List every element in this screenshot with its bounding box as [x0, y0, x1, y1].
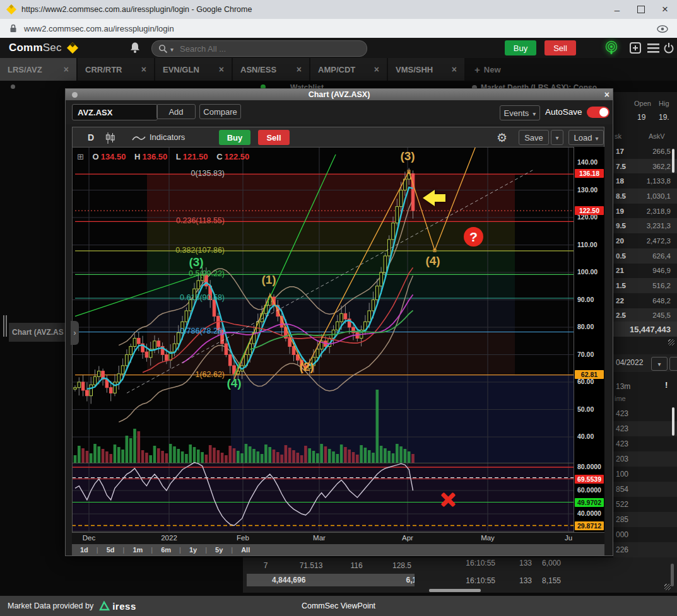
trade-time: 16:10:55	[440, 559, 495, 567]
panel-expander-button[interactable]: ›	[71, 321, 79, 345]
url-text[interactable]: www2.commsec.com.au/iressplugin/login	[24, 24, 174, 33]
resize-grip-icon[interactable]	[664, 584, 671, 590]
new-tab-button[interactable]: +New	[466, 58, 510, 81]
header-buy-button[interactable]: Buy	[505, 40, 536, 55]
sales-volume: 423	[616, 424, 628, 433]
range-button-5d[interactable]: 5d	[98, 546, 123, 554]
workspace-tab-evn-gln[interactable]: EVN/GLN×	[155, 58, 232, 81]
tab-close-icon[interactable]: ×	[141, 64, 146, 74]
indicators-button[interactable]: Indicators	[150, 132, 185, 142]
range-button-1m[interactable]: 1m	[124, 546, 151, 554]
window-dot-icon	[11, 84, 15, 89]
depth-volume: 2,318,9	[635, 207, 671, 215]
depth-volume: 2,472,3	[635, 237, 671, 245]
compare-button[interactable]: Compare	[199, 104, 241, 119]
tab-close-icon[interactable]: ×	[64, 64, 69, 74]
save-options-caret-button[interactable]	[551, 130, 563, 145]
price-axis[interactable]: 140.00130.00120.00110.00100.0090.0080.00…	[574, 147, 604, 532]
resize-grip-icon[interactable]	[668, 339, 674, 346]
close-label: C	[216, 152, 222, 161]
events-caret-icon	[533, 108, 536, 118]
price-tick-label: 130.00	[577, 186, 598, 194]
chart-sell-button[interactable]: Sell	[258, 130, 290, 145]
alerts-beacon-icon[interactable]	[604, 40, 619, 56]
minimize-button[interactable]: –	[605, 0, 629, 19]
chart-type-candles-icon[interactable]	[105, 132, 115, 144]
search-scope-caret-icon[interactable]	[170, 43, 174, 54]
search-icon	[158, 44, 168, 54]
trade-price: 133	[495, 559, 532, 567]
maximize-button[interactable]	[629, 0, 653, 19]
fib-level-label: 0.786(78.28)	[73, 327, 225, 335]
toggle-knob	[599, 108, 608, 117]
autosave-label: AutoSave	[545, 107, 582, 117]
time-axis[interactable]: Dec2022FebMarAprMayJu	[72, 532, 604, 544]
bell-icon[interactable]	[129, 42, 141, 54]
close-button[interactable]: ×	[653, 0, 677, 19]
workspace-tab-crr-rtr[interactable]: CRR/RTR×	[78, 58, 154, 81]
trades-table: 16:10:55 133 6,00016:10:55 133 8,155	[415, 557, 677, 593]
low-value: 121.50	[183, 152, 208, 161]
workspace-tab-lrs-avz[interactable]: LRS/AVZ×	[0, 58, 76, 81]
logout-power-icon[interactable]	[663, 42, 674, 54]
tab-close-icon[interactable]: ×	[452, 64, 457, 74]
menu-icon[interactable]	[647, 44, 659, 53]
fib-level-label: 0.5(99.22)	[73, 269, 225, 278]
date-dropdown-button[interactable]	[651, 357, 668, 371]
trades-scrollbar-thumb[interactable]	[671, 564, 674, 586]
add-panel-icon[interactable]	[630, 42, 642, 54]
trades-hscrollbar-thumb[interactable]	[429, 589, 481, 592]
interval-button[interactable]: D	[88, 132, 94, 142]
autosave-toggle[interactable]	[587, 107, 609, 118]
workspace-tab-amp-cdt[interactable]: AMP/CDT×	[310, 58, 387, 81]
events-dropdown-button[interactable]: Events	[500, 105, 540, 120]
range-button-6m[interactable]: 6m	[153, 546, 179, 554]
range-button-all[interactable]: All	[233, 546, 258, 554]
tab-close-icon[interactable]: ×	[374, 64, 379, 74]
sales-volume: 000	[616, 530, 628, 539]
chart-window: Chart (AVZ.ASX) × Add Compare Events Aut…	[65, 88, 613, 556]
add-button[interactable]: Add	[156, 104, 196, 119]
dock-grip-icon[interactable]	[3, 315, 7, 337]
date-value[interactable]: 04/2022	[616, 358, 643, 367]
header-sell-button[interactable]: Sell	[545, 40, 576, 55]
panel-scrollbar-thumb-2[interactable]	[672, 407, 674, 436]
tab-close-icon[interactable]: ×	[297, 64, 302, 74]
workspace: Watchlist Market Depth (LRS.ASX): Conso.…	[0, 81, 677, 596]
search-box[interactable]	[151, 40, 367, 57]
plus-icon: +	[474, 64, 480, 75]
settings-gear-icon[interactable]: ⚙	[497, 131, 507, 145]
eye-icon[interactable]	[657, 25, 668, 33]
sales-row: 100	[613, 467, 677, 482]
docked-chart-tab[interactable]: Chart (AVZ.AS	[9, 323, 69, 342]
fib-level-label: 0.236(118.55)	[73, 216, 225, 225]
range-button-1y[interactable]: 1y	[181, 546, 205, 554]
chart-plot-area[interactable]: ⊞ O134.50 H136.50 L121.50 C122.50 0(135.…	[72, 147, 604, 532]
search-input[interactable]	[179, 44, 333, 54]
price-tick-label: 110.00	[577, 241, 598, 248]
browser-window: https://www2.commsec.com.au/iressplugin/…	[0, 0, 677, 616]
chart-buy-button[interactable]: Buy	[219, 130, 250, 145]
price-badge: 62.81	[575, 370, 604, 379]
chart-window-titlebar[interactable]: Chart (AVZ.ASX) ×	[66, 89, 613, 100]
panel-scrollbar-thumb[interactable]	[672, 149, 674, 173]
time-tick-label: May	[481, 534, 495, 542]
status-bar: Market Data provided by iress CommSec Vi…	[0, 596, 677, 616]
calendar-button[interactable]	[669, 357, 677, 371]
price-chart[interactable]	[72, 147, 604, 532]
range-button-1d[interactable]: 1d	[72, 546, 97, 554]
depth-volume: 946,9	[635, 267, 671, 274]
load-dropdown-button[interactable]: Load	[568, 130, 604, 145]
range-button-5y[interactable]: 5y	[207, 546, 231, 554]
depth-row: 22648,2	[613, 293, 677, 308]
depth-volume: 626,4	[635, 252, 671, 260]
depth-row: 202,472,3	[613, 233, 677, 248]
workspace-tab-vms-shh[interactable]: VMS/SHH×	[388, 58, 464, 81]
save-button[interactable]: Save	[519, 130, 549, 145]
tab-close-icon[interactable]: ×	[219, 64, 224, 74]
workspace-tab-asn-ess[interactable]: ASN/ESS×	[233, 58, 309, 81]
symbol-input[interactable]	[72, 104, 158, 120]
grid-icon[interactable]: ⊞	[77, 152, 84, 161]
price-badge: 69.5539	[575, 475, 604, 484]
chart-window-close-icon[interactable]: ×	[604, 90, 609, 100]
